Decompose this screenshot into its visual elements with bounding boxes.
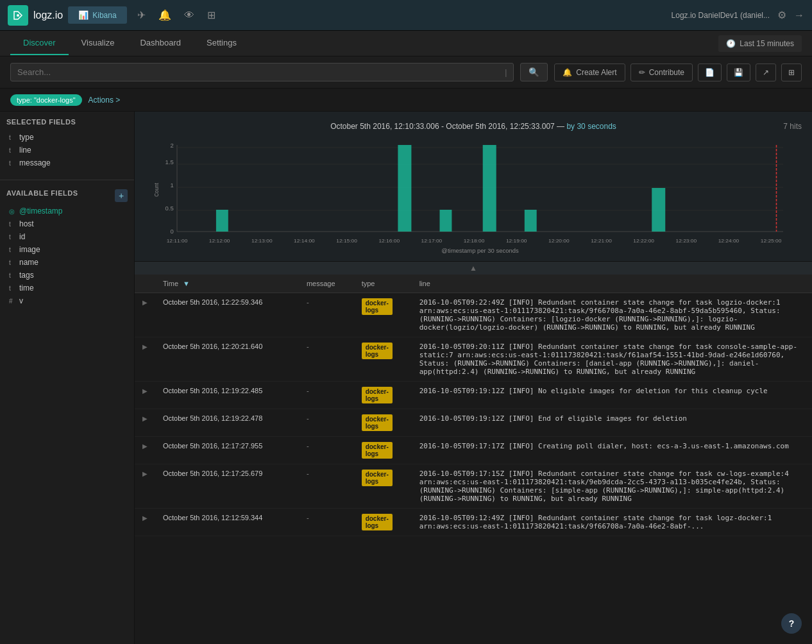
nav-tabs: Discover Visualize Dashboard Settings [10,31,250,55]
field-item-v[interactable]: # v [6,294,128,307]
table-body: ▶ October 5th 2016, 12:22:59.346 - docke… [135,293,812,536]
line-cell: 2016-10-05T09:19:12Z [INFO] End of eligi… [412,409,812,437]
contribute-icon: ✏ [639,68,645,77]
hits-badge: 7 hits [783,122,802,131]
type-cell: docker-logs [354,409,412,437]
field-name-v: v [19,296,23,305]
msg-cell: - [299,409,354,437]
table-row: ▶ October 5th 2016, 12:17:27.955 - docke… [135,437,812,464]
field-item-type[interactable]: t type [6,131,128,144]
type-cell: docker-logs [354,437,412,464]
svg-text:12:15:00: 12:15:00 [336,238,357,244]
type-badge: docker-logs [362,387,393,403]
tab-settings[interactable]: Settings [194,31,250,55]
field-item-id[interactable]: t id [6,230,128,243]
tab-discover[interactable]: Discover [10,31,69,55]
field-item-tags[interactable]: t tags [6,269,128,282]
logo-text: logz.io [33,10,63,21]
help-button[interactable]: ? [781,613,802,634]
content-area: October 5th 2016, 12:10:33.006 - October… [135,112,812,644]
time-label: Last 15 minutes [740,39,794,48]
row-expand-icon[interactable]: ▶ [142,343,148,350]
col-time[interactable]: Time ▼ [155,275,299,293]
field-item-host[interactable]: t host [6,217,128,230]
chart-interval-link[interactable]: by 30 seconds [566,122,616,131]
table-row: ▶ October 5th 2016, 12:19:22.478 - docke… [135,409,812,437]
row-expand-icon[interactable]: ▶ [142,299,148,306]
msg-cell: - [299,437,354,464]
msg-cell: - [299,464,354,509]
svg-text:12:23:00: 12:23:00 [675,238,697,244]
table-row: ▶ October 5th 2016, 12:20:21.640 - docke… [135,337,812,382]
time-display[interactable]: 🕐 Last 15 minutes [718,35,802,52]
top-nav-icons: ✈ 🔔 👁 ⊞ [137,9,216,21]
field-item-image[interactable]: t image [6,243,128,256]
field-item-line[interactable]: t line [6,144,128,157]
col-message[interactable]: message [299,275,354,293]
save-button[interactable]: 📄 [698,64,722,81]
eye-icon[interactable]: 👁 [184,10,194,21]
svg-text:0.5: 0.5 [165,205,174,212]
table-row: ▶ October 5th 2016, 12:22:59.346 - docke… [135,293,812,337]
filter-tag[interactable]: type: "docker-logs" [10,94,82,106]
table-button[interactable]: ⊞ [781,64,802,81]
svg-text:12:24:00: 12:24:00 [718,238,740,244]
field-name-line: line [19,146,31,155]
line-cell: 2016-10-05T09:20:11Z [INFO] Redundant co… [412,337,812,382]
field-item-name[interactable]: t name [6,256,128,269]
top-nav: logz.io 📊 Kibana ✈ 🔔 👁 ⊞ Logz.io DanielD… [0,0,812,31]
col-line[interactable]: line [412,275,812,293]
svg-text:0: 0 [170,228,173,235]
svg-text:@timestamp per 30 seconds: @timestamp per 30 seconds [441,248,519,254]
alert-icon: 🔔 [562,68,572,77]
svg-text:Count: Count [153,183,159,197]
msg-cell: - [299,509,354,536]
col-type[interactable]: type [354,275,412,293]
send-icon[interactable]: ✈ [137,9,146,21]
row-expand-icon[interactable]: ▶ [142,514,148,521]
svg-text:12:21:00: 12:21:00 [591,238,612,244]
share-button[interactable]: ↗ [756,64,776,81]
svg-rect-12 [216,210,228,232]
tab-dashboard[interactable]: Dashboard [127,31,194,55]
field-name-type: type [19,133,34,142]
row-expand-icon[interactable]: ▶ [142,387,148,394]
results-table: Time ▼ message type line ▶ October 5th 2… [135,275,812,536]
field-name-time: time [19,284,34,292]
field-name-timestamp: @timestamp [19,207,63,216]
time-cell: October 5th 2016, 12:22:59.346 [155,293,299,337]
field-type-icon: t [9,147,15,154]
field-item-time[interactable]: t time [6,282,128,294]
row-expand-icon[interactable]: ▶ [142,443,148,450]
svg-text:12:14:00: 12:14:00 [294,238,315,244]
chart-svg: 0 0.5 1 1.5 2 [150,139,797,256]
collapse-bar[interactable]: ▲ [135,262,812,275]
field-type-icon: t [9,160,15,167]
create-alert-button[interactable]: 🔔 Create Alert [554,64,625,81]
logout-icon[interactable]: → [794,10,804,21]
tab-visualize[interactable]: Visualize [69,31,128,55]
field-item-message[interactable]: t message [6,157,128,169]
row-expand-icon[interactable]: ▶ [142,415,148,422]
open-button[interactable]: 💾 [727,64,750,81]
bell-icon[interactable]: 🔔 [158,9,171,21]
row-expand-icon[interactable]: ▶ [142,470,148,477]
type-badge: docker-logs [362,470,393,486]
kibana-tab[interactable]: 📊 Kibana [68,6,126,24]
msg-cell: - [299,382,354,409]
search-input[interactable] [17,67,502,77]
actions-link[interactable]: Actions > [89,96,121,105]
gear-icon[interactable]: ⚙ [777,9,786,21]
action-buttons: 🔔 Create Alert ✏ Contribute 📄 💾 ↗ ⊞ [554,64,802,81]
field-item-timestamp[interactable]: ◎ @timestamp [6,205,128,217]
search-button[interactable]: 🔍 [520,63,548,81]
clock-icon: 🕐 [726,39,736,48]
user-info[interactable]: Logz.io DanielDev1 (daniel... [672,11,770,20]
layers-icon[interactable]: ⊞ [207,9,216,21]
msg-cell: - [299,337,354,382]
field-name-id: id [19,232,25,241]
available-fields-title: Available Fields [6,189,78,197]
field-type-icon: t [9,259,15,266]
contribute-button[interactable]: ✏ Contribute [630,64,693,81]
add-field-button[interactable]: + [115,189,128,202]
